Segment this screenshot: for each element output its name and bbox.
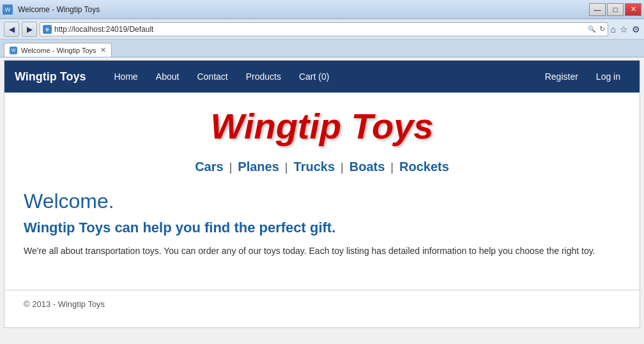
address-input[interactable] — [54, 25, 584, 34]
nav-links: Home About Contact Products Cart (0) — [105, 61, 536, 93]
back-button[interactable]: ◀ — [4, 22, 19, 37]
site-content: Wingtip Toys Cars | Planes | Trucks | Bo… — [4, 93, 640, 290]
tab-favicon: W — [10, 47, 17, 54]
separator-3: | — [341, 161, 344, 174]
favorites-icon[interactable]: ☆ — [620, 24, 628, 34]
welcome-subheading: Wingtip Toys can help you find the perfe… — [24, 220, 620, 236]
category-trucks[interactable]: Trucks — [294, 160, 335, 174]
site-brand[interactable]: Wingtip Toys — [15, 70, 86, 84]
site-logo: Wingtip Toys — [24, 105, 620, 147]
category-links: Cars | Planes | Trucks | Boats | Rockets — [24, 160, 620, 174]
nav-products[interactable]: Products — [237, 61, 290, 93]
nav-right: Register Log in — [536, 61, 629, 93]
nav-home[interactable]: Home — [105, 61, 147, 93]
category-cars[interactable]: Cars — [195, 160, 223, 174]
separator-2: | — [285, 161, 288, 174]
home-icon[interactable]: ⌂ — [611, 24, 616, 34]
browser-toolbar-right: ⌂ ☆ ⚙ — [611, 24, 640, 34]
tab-bar: W Welcome - Wingtip Toys ✕ — [0, 40, 644, 57]
nav-login[interactable]: Log in — [587, 61, 629, 93]
close-button[interactable]: ✕ — [625, 3, 641, 16]
welcome-body: We're all about transportation toys. You… — [24, 244, 620, 258]
tab-close-button[interactable]: ✕ — [100, 46, 106, 54]
nav-register[interactable]: Register — [536, 61, 587, 93]
nav-contact[interactable]: Contact — [188, 61, 236, 93]
browser-toolbar: ◀ ▶ e 🔍 ↻ ⌂ ☆ ⚙ — [0, 19, 644, 40]
category-boats[interactable]: Boats — [349, 160, 385, 174]
address-bar[interactable]: e 🔍 ↻ — [40, 22, 608, 36]
window-favicon: W — [3, 4, 13, 15]
address-icon: e — [43, 25, 52, 34]
title-bar: W Welcome - Wingtip Toys — □ ✕ — [0, 0, 644, 19]
title-bar-left: W Welcome - Wingtip Toys — [3, 4, 100, 15]
category-planes[interactable]: Planes — [238, 160, 279, 174]
forward-button[interactable]: ▶ — [22, 22, 37, 37]
separator-4: | — [390, 161, 394, 174]
footer-text: © 2013 - Wingtip Toys — [24, 299, 105, 309]
settings-icon[interactable]: ⚙ — [632, 24, 640, 34]
separator-1: | — [229, 161, 233, 174]
maximize-button[interactable]: □ — [607, 3, 624, 16]
site-footer: © 2013 - Wingtip Toys — [4, 290, 640, 318]
category-rockets[interactable]: Rockets — [399, 160, 449, 174]
browser-window: W Welcome - Wingtip Toys — □ ✕ ◀ ▶ e 🔍 ↻… — [0, 0, 644, 328]
website-frame: Wingtip Toys Home About Contact Products… — [4, 60, 640, 328]
window-title: Welcome - Wingtip Toys — [18, 5, 100, 14]
site-logo-text: Wingtip Toys — [211, 106, 434, 146]
minimize-button[interactable]: — — [589, 3, 606, 16]
window-controls[interactable]: — □ ✕ — [589, 3, 641, 16]
site-nav: Wingtip Toys Home About Contact Products… — [4, 61, 640, 93]
nav-about[interactable]: About — [147, 61, 188, 93]
refresh-button[interactable]: ↻ — [599, 25, 605, 33]
tab-label: Welcome - Wingtip Toys — [21, 47, 96, 54]
active-tab[interactable]: W Welcome - Wingtip Toys ✕ — [4, 43, 112, 57]
address-search-icon[interactable]: 🔍 — [586, 26, 597, 33]
nav-cart[interactable]: Cart (0) — [290, 61, 338, 93]
welcome-heading: Welcome. — [24, 190, 620, 213]
